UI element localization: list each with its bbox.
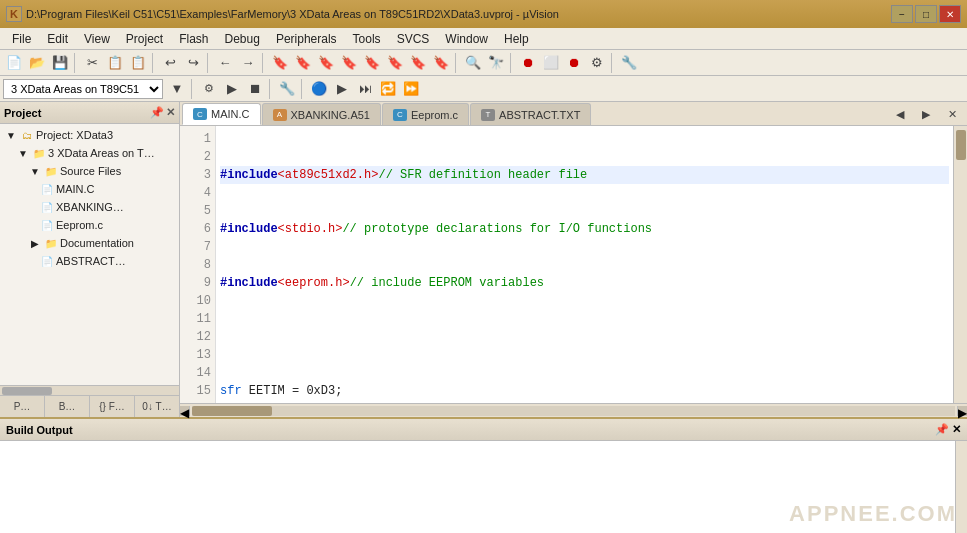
- close-button[interactable]: ✕: [939, 5, 961, 23]
- tab-xbanking[interactable]: A XBANKING.A51: [262, 103, 381, 125]
- tab-close-all[interactable]: ✕: [941, 103, 963, 125]
- tree-documentation[interactable]: ▶ 📁 Documentation: [0, 234, 179, 252]
- bookmark-5[interactable]: 🔖: [361, 52, 383, 74]
- debug-4[interactable]: 🔁: [377, 78, 399, 100]
- tab-mainc-label: MAIN.C: [211, 108, 250, 120]
- tab-abstract[interactable]: T ABSTRACT.TXT: [470, 103, 591, 125]
- code-line-4: [220, 328, 949, 346]
- pin-build-icon[interactable]: 📌: [935, 423, 949, 436]
- open-button[interactable]: 📂: [26, 52, 48, 74]
- hscroll-right-btn[interactable]: ▶: [957, 406, 967, 416]
- bookmark-6[interactable]: 🔖: [384, 52, 406, 74]
- build-all-button[interactable]: ▶: [221, 78, 243, 100]
- build-header: Build Output 📌 ✕: [0, 419, 967, 441]
- code-line-5: sfr EETIM = 0xD3;: [220, 382, 949, 400]
- download-button[interactable]: 🔧: [276, 78, 298, 100]
- tree-target-label: 3 XData Areas on T…: [48, 147, 155, 159]
- proj-tab-templates[interactable]: 0↓ T…: [135, 396, 179, 417]
- debug-5[interactable]: ⏩: [400, 78, 422, 100]
- tree-file-eeprom[interactable]: 📄 Eeprom.c: [0, 216, 179, 234]
- tree-file-mainc-label: MAIN.C: [56, 183, 95, 195]
- tree-file-xbanking[interactable]: 📄 XBANKING…: [0, 198, 179, 216]
- stop-build-button[interactable]: ⏹: [244, 78, 266, 100]
- zoom-button[interactable]: 🔭: [485, 52, 507, 74]
- menu-view[interactable]: View: [76, 30, 118, 48]
- menu-flash[interactable]: Flash: [171, 30, 216, 48]
- separator-10: [301, 79, 305, 99]
- back-button[interactable]: ←: [214, 52, 236, 74]
- proj-tab-functions[interactable]: {} F…: [90, 396, 135, 417]
- cut-button[interactable]: ✂: [81, 52, 103, 74]
- tree-source-files[interactable]: ▼ 📁 Source Files: [0, 162, 179, 180]
- hscroll-left-btn[interactable]: ◀: [180, 406, 190, 416]
- debug-2[interactable]: ▶: [331, 78, 353, 100]
- editor-hscroll[interactable]: ◀ ▶: [180, 403, 967, 417]
- save-button[interactable]: 💾: [49, 52, 71, 74]
- separator-1: [74, 53, 78, 73]
- pause-button[interactable]: ⏺: [563, 52, 585, 74]
- debug-3[interactable]: ⏭: [354, 78, 376, 100]
- forward-button[interactable]: →: [237, 52, 259, 74]
- project-tabs: P… B… {} F… 0↓ T…: [0, 395, 179, 417]
- new-file-button[interactable]: 📄: [3, 52, 25, 74]
- redo-button[interactable]: ↪: [182, 52, 204, 74]
- config-button[interactable]: 🔧: [618, 52, 640, 74]
- menu-svcs[interactable]: SVCS: [389, 30, 438, 48]
- editor-vscroll[interactable]: [953, 126, 967, 403]
- target-options-button[interactable]: ▼: [166, 78, 188, 100]
- minimize-button[interactable]: −: [891, 5, 913, 23]
- build-vscroll[interactable]: [955, 441, 967, 533]
- menu-help[interactable]: Help: [496, 30, 537, 48]
- menu-project[interactable]: Project: [118, 30, 171, 48]
- tree-file-eeprom-label: Eeprom.c: [56, 219, 103, 231]
- build-target-button[interactable]: ⚙: [198, 78, 220, 100]
- tree-root[interactable]: ▼ 🗂 Project: XData3: [0, 126, 179, 144]
- bookmark-8[interactable]: 🔖: [430, 52, 452, 74]
- tab-mainc[interactable]: C MAIN.C: [182, 103, 261, 125]
- paste-button[interactable]: 📋: [127, 52, 149, 74]
- target-icon: 📁: [32, 148, 46, 159]
- tab-scroll-right[interactable]: ▶: [915, 103, 937, 125]
- tab-scroll-left[interactable]: ◀: [889, 103, 911, 125]
- debug-start-button[interactable]: 🔵: [308, 78, 330, 100]
- bookmark-4[interactable]: 🔖: [338, 52, 360, 74]
- copy-button[interactable]: 📋: [104, 52, 126, 74]
- code-line-1: #include <at89c51xd2.h> // SFR definitio…: [220, 166, 949, 184]
- menu-peripherals[interactable]: Peripherals: [268, 30, 345, 48]
- bookmark-7[interactable]: 🔖: [407, 52, 429, 74]
- bookmark-2[interactable]: 🔖: [292, 52, 314, 74]
- line-numbers: 12345 678910 1112131415: [180, 126, 216, 403]
- stop-button[interactable]: ⬜: [540, 52, 562, 74]
- tab-eeprom[interactable]: C Eeprom.c: [382, 103, 469, 125]
- tree-file-abstract[interactable]: 📄 ABSTRACT…: [0, 252, 179, 270]
- expand-icon: ▼: [4, 130, 18, 141]
- settings-button[interactable]: ⚙: [586, 52, 608, 74]
- run-button[interactable]: ⏺: [517, 52, 539, 74]
- close-build-icon[interactable]: ✕: [952, 423, 961, 436]
- undo-button[interactable]: ↩: [159, 52, 181, 74]
- project-hscroll[interactable]: [0, 385, 179, 395]
- close-panel-icon[interactable]: ✕: [166, 106, 175, 119]
- watermark: APPNEE.COM: [789, 501, 957, 527]
- proj-tab-project[interactable]: P…: [0, 396, 45, 417]
- maximize-button[interactable]: □: [915, 5, 937, 23]
- separator-6: [510, 53, 514, 73]
- search-button[interactable]: 🔍: [462, 52, 484, 74]
- tree-root-label: Project: XData3: [36, 129, 113, 141]
- bookmark-3[interactable]: 🔖: [315, 52, 337, 74]
- menu-edit[interactable]: Edit: [39, 30, 76, 48]
- pin-icon[interactable]: 📌: [150, 106, 164, 119]
- proj-tab-books[interactable]: B…: [45, 396, 90, 417]
- project-title: Project: [4, 107, 41, 119]
- menu-file[interactable]: File: [4, 30, 39, 48]
- tree-target[interactable]: ▼ 📁 3 XData Areas on T…: [0, 144, 179, 162]
- menu-tools[interactable]: Tools: [345, 30, 389, 48]
- hscroll-track: [192, 406, 955, 416]
- menu-window[interactable]: Window: [437, 30, 496, 48]
- file-icon-mainc: 📄: [40, 184, 54, 195]
- bookmark-1[interactable]: 🔖: [269, 52, 291, 74]
- menu-debug[interactable]: Debug: [217, 30, 268, 48]
- tree-file-mainc[interactable]: 📄 MAIN.C: [0, 180, 179, 198]
- code-content[interactable]: #include <at89c51xd2.h> // SFR definitio…: [216, 126, 953, 403]
- target-select[interactable]: 3 XData Areas on T89C51: [3, 79, 163, 99]
